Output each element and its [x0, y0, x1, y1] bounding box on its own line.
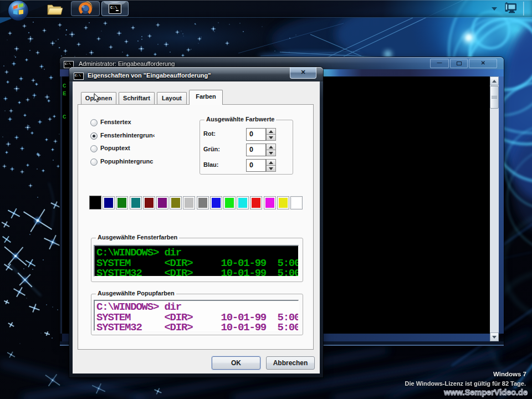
svg-text:C:\: C:\	[110, 6, 117, 10]
